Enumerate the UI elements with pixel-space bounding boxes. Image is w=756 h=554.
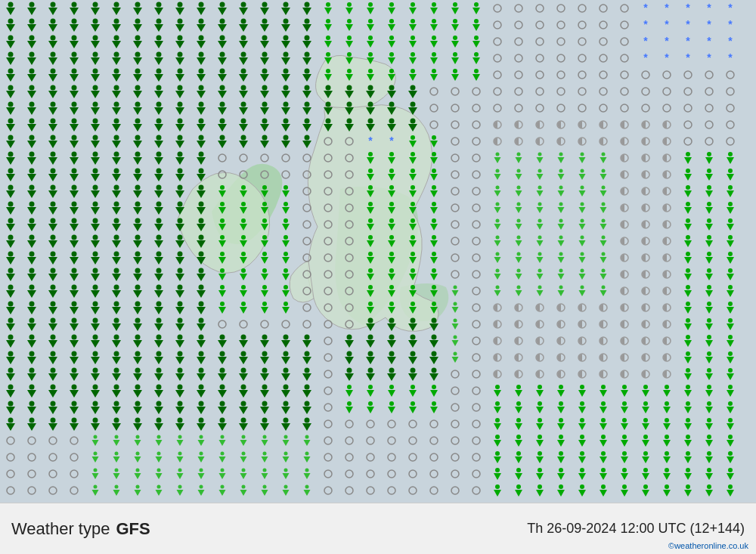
datetime-section: Th 26-09-2024 12:00 UTC (12+144) — [527, 521, 745, 537]
weather-title: Weather type — [11, 519, 110, 539]
watermark: ©weatheronline.co.uk — [668, 541, 748, 550]
model-label: GFS — [116, 519, 150, 539]
map-container: Weather type GFS Th 26-09-2024 12:00 UTC… — [0, 0, 756, 554]
weather-symbols-canvas — [0, 0, 756, 503]
title-section: Weather type GFS — [11, 519, 150, 539]
info-bar: Weather type GFS Th 26-09-2024 12:00 UTC… — [0, 503, 756, 554]
